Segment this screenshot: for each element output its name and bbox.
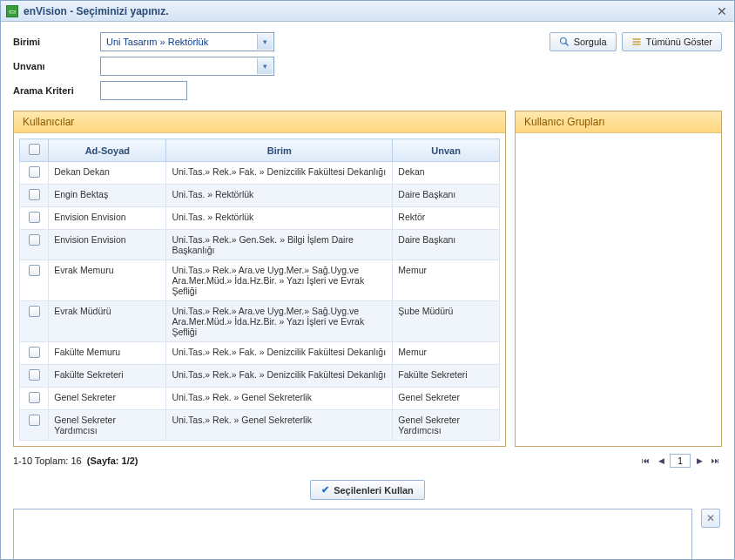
list-icon xyxy=(631,37,642,47)
close-icon[interactable]: ✕ xyxy=(715,4,729,18)
next-page-button[interactable]: ▶ xyxy=(692,454,706,468)
row-checkbox[interactable] xyxy=(29,234,40,246)
dialog-window: ▭ enVision - Seçiminizi yapınız. ✕ Birim… xyxy=(0,0,735,560)
row-checkbox[interactable] xyxy=(29,369,40,381)
table-row[interactable]: Genel SekreterUni.Tas.» Rek. » Genel Sek… xyxy=(20,388,500,410)
arama-input[interactable] xyxy=(100,81,187,100)
cell-adsoyad: Evrak Müdürü xyxy=(49,301,166,342)
table-row[interactable]: Evrak MüdürüUni.Tas.» Rek.» Ara.ve Uyg.M… xyxy=(20,301,500,342)
cell-birim: Uni.Tas. » Rektörlük xyxy=(166,207,393,230)
row-checkbox[interactable] xyxy=(29,166,40,178)
table-row[interactable]: Evrak MemuruUni.Tas.» Rek.» Ara.ve Uyg.M… xyxy=(20,260,500,301)
table-row[interactable]: Dekan DekanUni.Tas.» Rek.» Fak. » Denizc… xyxy=(20,162,500,185)
svg-line-1 xyxy=(565,44,568,46)
cell-adsoyad: Fakülte Memuru xyxy=(49,342,166,365)
cell-adsoyad: Engin Bektaş xyxy=(49,185,166,207)
cell-adsoyad: Genel Sekreter xyxy=(49,388,166,410)
cell-birim: Uni.Tas.» Rek.» Fak. » Denizcilik Fakült… xyxy=(166,342,393,365)
table-row[interactable]: Fakülte MemuruUni.Tas.» Rek.» Fak. » Den… xyxy=(20,342,500,365)
cell-unvan: Şube Müdürü xyxy=(393,301,500,342)
cell-unvan: Rektör xyxy=(393,207,500,230)
row-checkbox[interactable] xyxy=(29,212,40,223)
row-checkbox[interactable] xyxy=(29,306,40,317)
cell-adsoyad: Genel Sekreter Yardımcısı xyxy=(49,410,166,441)
unvani-select[interactable] xyxy=(100,57,274,76)
prev-page-button[interactable]: ◀ xyxy=(654,454,668,468)
secilenleri-kullan-button[interactable]: ✔ Seçilenleri Kullan xyxy=(310,480,425,500)
chevron-down-icon[interactable] xyxy=(257,58,273,74)
checkbox-all[interactable] xyxy=(29,144,40,155)
cell-birim: Uni.Tas.» Rek.» Ara.ve Uyg.Mer.» Sağ.Uyg… xyxy=(166,260,393,301)
last-page-button[interactable]: ⏭ xyxy=(708,454,722,468)
cell-adsoyad: Evrak Memuru xyxy=(49,260,166,301)
remove-selection-button[interactable]: ✕ xyxy=(701,509,720,528)
row-checkbox[interactable] xyxy=(29,265,40,276)
selected-items-box[interactable] xyxy=(13,509,692,559)
pager: 1-10 Toplam: 16 (Sayfa: 1/2) ⏮ ◀ ▶ ⏭ xyxy=(13,454,722,468)
cell-unvan: Genel Sekreter xyxy=(393,388,500,410)
table-row[interactable]: Engin BektaşUni.Tas. » RektörlükDaire Ba… xyxy=(20,185,500,207)
content-area: Birimi Uni Tasarım » Rektörlük Sorgula xyxy=(1,22,734,559)
first-page-button[interactable]: ⏮ xyxy=(638,454,652,468)
col-birim[interactable]: Birim xyxy=(166,139,393,162)
col-adsoyad[interactable]: Ad-Soyad xyxy=(49,139,166,162)
chevron-down-icon[interactable] xyxy=(257,34,273,50)
col-unvan[interactable]: Unvan xyxy=(393,139,500,162)
row-checkbox[interactable] xyxy=(29,189,40,200)
row-checkbox[interactable] xyxy=(29,392,40,403)
row-checkbox[interactable] xyxy=(29,347,40,358)
secilenleri-kullan-label: Seçilenleri Kullan xyxy=(334,485,414,496)
search-icon xyxy=(559,37,570,47)
row-checkbox[interactable] xyxy=(29,415,40,426)
birimi-label: Birimi xyxy=(13,37,100,47)
cell-unvan: Fakülte Sekreteri xyxy=(393,365,500,388)
titlebar: ▭ enVision - Seçiminizi yapınız. ✕ xyxy=(1,1,734,22)
page-input[interactable] xyxy=(670,454,691,468)
cell-adsoyad: Fakülte Sekreteri xyxy=(49,365,166,388)
cell-unvan: Memur xyxy=(393,342,500,365)
unvani-label: Unvanı xyxy=(13,61,100,71)
cell-unvan: Daire Başkanı xyxy=(393,230,500,260)
groups-panel-title: Kullanıcı Grupları xyxy=(516,111,721,133)
filter-row-birimi: Birimi Uni Tasarım » Rektörlük Sorgula xyxy=(13,32,722,51)
svg-point-0 xyxy=(560,38,566,44)
sorgula-label: Sorgula xyxy=(574,37,607,47)
col-check[interactable] xyxy=(20,139,49,162)
users-panel: Kullanıcılar Ad-Soyad Birim Unvan xyxy=(13,111,506,447)
window-title: enVision - Seçiminizi yapınız. xyxy=(24,5,169,17)
arama-label: Arama Kriteri xyxy=(13,85,100,96)
cell-birim: Uni.Tas.» Rek.» Fak. » Denizcilik Fakült… xyxy=(166,365,393,388)
cell-birim: Uni.Tas.» Rek. » Genel Sekreterlik xyxy=(166,410,393,441)
svg-rect-4 xyxy=(632,44,640,45)
cell-birim: Uni.Tas.» Rek.» Fak. » Denizcilik Fakült… xyxy=(166,162,393,185)
users-panel-title: Kullanıcılar xyxy=(14,111,505,133)
birimi-value: Uni Tasarım » Rektörlük xyxy=(106,37,208,47)
close-icon: ✕ xyxy=(706,512,715,524)
svg-rect-2 xyxy=(632,38,640,40)
cell-unvan: Dekan xyxy=(393,162,500,185)
cell-birim: Uni.Tas.» Rek. » Genel Sekreterlik xyxy=(166,388,393,410)
cell-unvan: Daire Başkanı xyxy=(393,185,500,207)
pager-info: 1-10 Toplam: 16 (Sayfa: 1/2) xyxy=(13,455,138,466)
tumunu-goster-button[interactable]: Tümünü Göster xyxy=(622,32,722,51)
groups-body xyxy=(516,133,721,395)
table-row[interactable]: Envision EnvisionUni.Tas. » RektörlükRek… xyxy=(20,207,500,230)
filter-row-unvani: Unvanı xyxy=(13,57,722,76)
cell-unvan: Genel Sekreter Yardımcısı xyxy=(393,410,500,441)
table-row[interactable]: Envision EnvisionUni.Tas.» Rek.» Gen.Sek… xyxy=(20,230,500,260)
users-table: Ad-Soyad Birim Unvan Dekan DekanUni.Tas.… xyxy=(19,138,500,441)
cell-birim: Uni.Tas. » Rektörlük xyxy=(166,185,393,207)
cell-birim: Uni.Tas.» Rek.» Ara.ve Uyg.Mer.» Sağ.Uyg… xyxy=(166,301,393,342)
check-icon: ✔ xyxy=(321,484,329,496)
birimi-select[interactable]: Uni Tasarım » Rektörlük xyxy=(100,32,274,51)
cell-birim: Uni.Tas.» Rek.» Gen.Sek. » Bilgi İşlem D… xyxy=(166,230,393,260)
table-row[interactable]: Genel Sekreter YardımcısıUni.Tas.» Rek. … xyxy=(20,410,500,441)
sorgula-button[interactable]: Sorgula xyxy=(550,32,617,51)
tumunu-goster-label: Tümünü Göster xyxy=(646,37,712,47)
cell-unvan: Memur xyxy=(393,260,500,301)
cell-adsoyad: Dekan Dekan xyxy=(49,162,166,185)
table-row[interactable]: Fakülte SekreteriUni.Tas.» Rek.» Fak. » … xyxy=(20,365,500,388)
app-icon: ▭ xyxy=(6,5,18,17)
cell-adsoyad: Envision Envision xyxy=(49,230,166,260)
filter-row-arama: Arama Kriteri xyxy=(13,81,722,100)
